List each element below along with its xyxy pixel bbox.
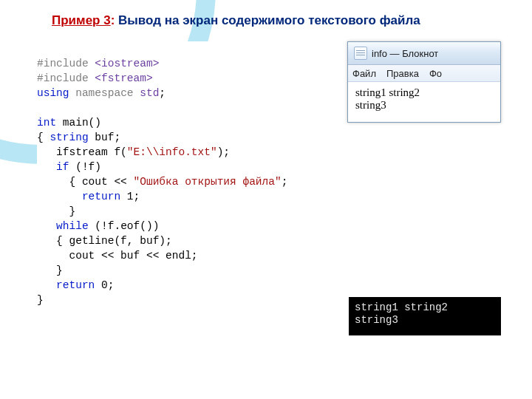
code-token: std: [140, 87, 159, 99]
code-token: ;: [159, 87, 166, 99]
code-listing: #include <iostream> #include <fstream> u…: [37, 41, 330, 307]
title-separator: :: [111, 13, 118, 27]
notepad-menubar: Файл Правка Фо: [348, 65, 500, 82]
code-token: }: [37, 265, 63, 276]
slide-title: Пример 3: Вывод на экран содержимого тек…: [52, 13, 420, 28]
code-token: #include: [37, 58, 95, 69]
code-token: }: [37, 294, 44, 306]
code-token: buf;: [89, 132, 121, 143]
code-token: int: [37, 117, 56, 129]
code-token: main(): [56, 117, 101, 129]
code-token: [37, 220, 56, 232]
notepad-title: info — Блокнот: [372, 48, 438, 59]
code-token: <iostream>: [95, 58, 159, 69]
notepad-window: info — Блокнот Файл Правка Фо string1 st…: [347, 41, 501, 123]
code-token: [37, 161, 56, 173]
menu-edit[interactable]: Правка: [386, 68, 419, 79]
title-text: Вывод на экран содержимого текстового фа…: [118, 13, 420, 27]
code-token: <fstream>: [95, 72, 152, 84]
notepad-titlebar: info — Блокнот: [348, 42, 500, 65]
menu-format[interactable]: Фо: [429, 68, 442, 79]
notepad-icon: [354, 47, 367, 60]
code-token: {: [37, 132, 50, 143]
console-output: string1 string2 string3: [349, 297, 501, 335]
code-token: [37, 191, 82, 202]
code-token: [37, 279, 56, 291]
code-token: "Ошибка открытия файла": [134, 176, 282, 188]
code-token: using: [37, 87, 69, 99]
code-token: #include: [37, 72, 95, 84]
code-token: ;: [282, 176, 288, 188]
menu-file[interactable]: Файл: [352, 68, 376, 79]
code-token: { getline(f, buf);: [37, 235, 172, 247]
code-token: "E:\\info.txt": [127, 146, 217, 158]
notepad-content: string1 string2 string3: [348, 82, 500, 122]
code-token: namespace: [69, 87, 140, 99]
code-token: 1;: [120, 191, 140, 202]
code-token: 0;: [95, 279, 114, 291]
code-token: }: [37, 205, 75, 217]
code-token: (!f): [69, 161, 102, 173]
code-token: return: [82, 191, 120, 202]
code-token: string: [50, 132, 88, 143]
code-token: while: [56, 220, 89, 232]
title-example: Пример 3: [52, 13, 111, 27]
code-token: );: [217, 146, 230, 158]
code-token: cout << buf << endl;: [37, 250, 198, 262]
code-token: (!f.eof()): [89, 220, 160, 232]
code-token: { cout <<: [37, 176, 134, 188]
code-token: if: [56, 161, 69, 173]
code-token: ifstream f(: [37, 146, 127, 158]
code-token: return: [56, 279, 95, 291]
